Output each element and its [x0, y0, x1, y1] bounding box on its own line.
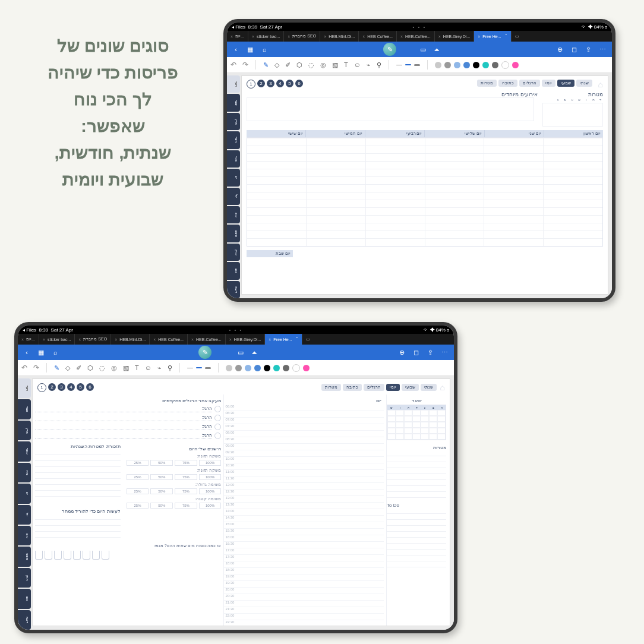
- side-tab[interactable]: יול: [18, 505, 31, 525]
- tab[interactable]: ×HEB.Mint.Di...: [320, 31, 359, 42]
- pct-row[interactable]: 100%75%50%25%: [127, 488, 222, 494]
- side-tab[interactable]: רכך: [18, 378, 31, 398]
- image-icon[interactable]: ▧: [123, 364, 129, 372]
- week-number-dots[interactable]: 123456: [247, 80, 303, 89]
- side-tab[interactable]: אפר: [227, 131, 240, 149]
- side-tab[interactable]: אוג: [227, 206, 240, 223]
- highlighter-icon[interactable]: ✐: [285, 61, 291, 69]
- pill-goals[interactable]: מטרות: [477, 80, 497, 87]
- pill-yearly[interactable]: שנתי: [576, 80, 592, 87]
- side-tab[interactable]: אוק: [227, 244, 240, 261]
- eraser-icon[interactable]: ◇: [65, 364, 70, 372]
- pill-habits[interactable]: הרגלים: [364, 384, 384, 391]
- time-schedule[interactable]: 06:0006:3007:0007:3008:0008:3009:0009:30…: [224, 405, 384, 626]
- side-tab[interactable]: רכך: [227, 75, 240, 93]
- mic-icon[interactable]: ⏶: [251, 348, 259, 356]
- side-tab[interactable]: מרץ: [227, 113, 240, 130]
- link-icon[interactable]: ⚲: [168, 364, 172, 372]
- share-icon[interactable]: ⇪: [585, 45, 593, 53]
- pct-row[interactable]: 100%75%50%25%: [127, 460, 222, 466]
- side-tab[interactable]: נוב: [18, 589, 31, 608]
- search-icon[interactable]: ⌕: [51, 348, 59, 356]
- tab[interactable]: ×HEB.Grey.Di...: [435, 31, 474, 42]
- side-month-tabs[interactable]: רכך פבר מרץ אפר מאי יונ יול אוג ספט אוק …: [227, 73, 240, 298]
- side-tab[interactable]: מרץ: [18, 421, 31, 440]
- sticker-icon[interactable]: ☺: [145, 364, 151, 371]
- habit-check[interactable]: [214, 433, 221, 439]
- search-icon[interactable]: ⌕: [260, 45, 269, 53]
- color-palette[interactable]: [435, 61, 519, 69]
- tab[interactable]: ×HEB.Grey.Di...: [226, 334, 265, 345]
- bookmark-icon[interactable]: ◻: [570, 45, 579, 53]
- eraser-icon[interactable]: ◇: [274, 61, 279, 69]
- annual-notes-lines[interactable]: [35, 449, 121, 497]
- pen-tool-icon[interactable]: ✎: [54, 364, 59, 372]
- tab-active[interactable]: ×Free He...˅: [474, 31, 512, 42]
- side-tab[interactable]: אוג: [18, 526, 31, 545]
- tab[interactable]: ×HEB.Mint.Di...: [111, 334, 150, 345]
- pen-mode-icon[interactable]: ✎: [198, 346, 211, 359]
- tab[interactable]: ×sticker bac...: [248, 31, 284, 42]
- pct-row[interactable]: 100%75%50%25%: [127, 474, 222, 480]
- document-tabs[interactable]: ×יומ... ×sticker bac... ×מחברת SEO ×HEB.…: [227, 31, 612, 42]
- habit-check[interactable]: [214, 424, 221, 430]
- grid-icon[interactable]: ▦: [246, 45, 254, 53]
- side-tab[interactable]: פבר: [227, 94, 240, 111]
- text-icon[interactable]: T: [344, 61, 348, 68]
- stroke-thickness[interactable]: [396, 64, 420, 66]
- todo-lines[interactable]: [387, 508, 446, 567]
- habit-check[interactable]: [214, 406, 221, 412]
- tab[interactable]: ×מחברת SEO: [75, 334, 111, 345]
- card-icon[interactable]: ▭: [236, 348, 245, 356]
- pen-mode-icon[interactable]: ✎: [383, 43, 396, 56]
- image-icon[interactable]: ▧: [332, 61, 338, 69]
- pill-weekly[interactable]: שבועי: [402, 384, 419, 391]
- side-tab[interactable]: אוק: [18, 568, 31, 588]
- tab[interactable]: ×sticker bac...: [39, 334, 75, 345]
- view-nav[interactable]: שנתי שבועי יומי הרגלים כתיבה מטרות: [321, 384, 437, 391]
- tab[interactable]: ×יומ...: [227, 31, 248, 42]
- add-page-icon[interactable]: ⊕: [556, 45, 564, 53]
- side-tab[interactable]: ספט: [227, 225, 240, 242]
- tab-active[interactable]: ×Free He...˅: [265, 334, 302, 345]
- redo-icon[interactable]: ↷: [33, 364, 39, 372]
- pill-writing[interactable]: כתיבה: [498, 80, 517, 87]
- redo-icon[interactable]: ↷: [242, 61, 248, 69]
- side-tab[interactable]: מאי: [18, 463, 31, 482]
- new-tab[interactable]: ▭: [302, 334, 314, 345]
- mic-icon[interactable]: ⏶: [433, 45, 441, 53]
- text-icon[interactable]: T: [135, 364, 139, 371]
- pill-daily[interactable]: יומי: [542, 80, 555, 87]
- pill-writing[interactable]: כתיבה: [343, 384, 362, 391]
- tab[interactable]: ×HEB.Coffee...: [188, 334, 226, 345]
- side-tab[interactable]: נוב: [227, 262, 240, 279]
- color-palette[interactable]: [226, 364, 310, 372]
- ruler-icon[interactable]: ⌁: [157, 364, 162, 372]
- week-grid[interactable]: [247, 137, 603, 247]
- lasso-icon[interactable]: ◌: [308, 61, 314, 69]
- pill-habits[interactable]: הרגלים: [519, 80, 540, 87]
- pill-goals[interactable]: מטרות: [321, 384, 341, 391]
- bookmark-icon[interactable]: ◻: [412, 348, 421, 356]
- new-tab[interactable]: ▭: [512, 31, 523, 42]
- share-icon[interactable]: ⇪: [427, 348, 435, 356]
- pct-row[interactable]: 100%75%50%25%: [127, 503, 222, 509]
- side-tab[interactable]: ספט: [18, 547, 31, 566]
- pill-daily[interactable]: יומי: [386, 384, 400, 391]
- link-icon[interactable]: ⚲: [377, 61, 381, 69]
- pill-yearly[interactable]: שנתי: [421, 384, 437, 391]
- add-page-icon[interactable]: ⊕: [398, 348, 406, 356]
- tab[interactable]: ×HEB Coffee...: [359, 31, 397, 42]
- tab[interactable]: ×HEB.Coffee...: [397, 31, 435, 42]
- document-tabs[interactable]: ×יומ... ×sticker bac... ×מחברת SEO ×HEB.…: [18, 334, 454, 345]
- shape-icon[interactable]: ⬡: [296, 61, 302, 69]
- stroke-thickness[interactable]: [187, 367, 211, 369]
- more-icon[interactable]: ⋯: [599, 45, 607, 53]
- target-icon[interactable]: ◎: [320, 61, 326, 69]
- undo-icon[interactable]: ↶: [21, 364, 27, 372]
- side-tab[interactable]: דצמ: [227, 281, 240, 298]
- back-icon[interactable]: ‹: [232, 45, 240, 53]
- home-icon[interactable]: ⌂: [598, 80, 603, 89]
- side-tab[interactable]: יול: [227, 188, 240, 205]
- pill-weekly[interactable]: שבועי: [557, 80, 574, 87]
